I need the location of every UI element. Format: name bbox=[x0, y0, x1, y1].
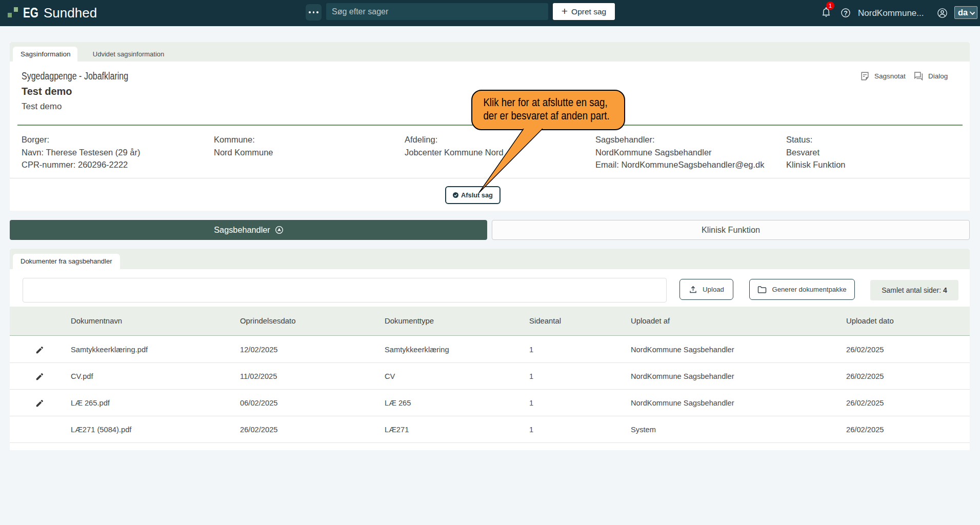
svg-text:?: ? bbox=[844, 10, 848, 17]
